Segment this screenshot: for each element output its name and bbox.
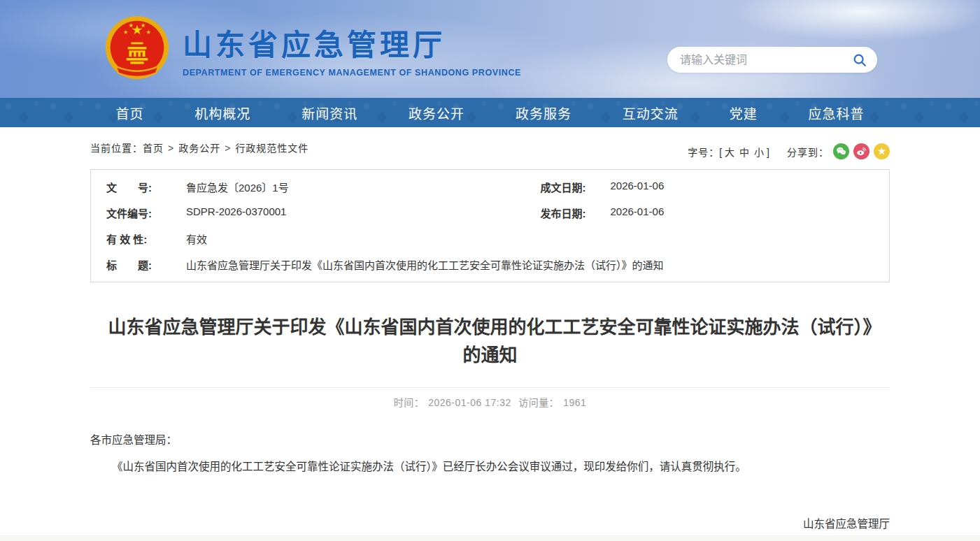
table-row: 文 号: 鲁应急发〔2026〕1号 成文日期: 2026-01-06 — [91, 174, 889, 200]
site-subtitle: DEPARTMENT OF EMERGENCY MANAGEMENT OF SH… — [183, 68, 521, 78]
font-size-medium[interactable]: 中 — [739, 147, 750, 158]
search-icon — [852, 52, 867, 68]
breadcrumb-separator: > — [225, 143, 231, 154]
wechat-icon — [836, 146, 846, 157]
share-label: 分享到： — [787, 145, 829, 159]
bracket-close: ] — [767, 147, 770, 158]
written-date-label: 成文日期: — [541, 180, 598, 194]
time-label: 时间： — [394, 397, 425, 408]
article-meta-bar: 时间：2026-01-06 17:32 访问量：1961 — [90, 387, 890, 409]
body-paragraph: 《山东省国内首次使用的化工工艺安全可靠性论证实施办法（试行）》已经厅长办公会议审… — [90, 458, 890, 476]
site-header: 山东省应急管理厅 DEPARTMENT OF EMERGENCY MANAGEM… — [0, 0, 980, 98]
doc-number-label: 文 号: — [106, 180, 173, 194]
signature-org: 山东省应急管理厅 — [90, 515, 890, 533]
weibo-icon — [856, 146, 867, 157]
site-logo[interactable]: 山东省应急管理厅 DEPARTMENT OF EMERGENCY MANAGEM… — [103, 15, 521, 82]
article-body: 各市应急管理局： 《山东省国内首次使用的化工工艺安全可靠性论证实施办法（试行）》… — [90, 431, 890, 541]
validity-label: 有 效 性: — [106, 231, 173, 246]
search-button[interactable] — [852, 52, 867, 68]
breadcrumb-gov-info[interactable]: 政务公开 — [178, 143, 220, 154]
table-row: 标 题: 山东省应急管理厅关于印发《山东省国内首次使用的化工工艺安全可靠性论证实… — [91, 252, 889, 277]
bracket-open: [ — [719, 147, 723, 158]
nav-item-home[interactable]: 首页 — [115, 103, 143, 122]
salutation: 各市应急管理局： — [90, 431, 890, 449]
search-input[interactable] — [680, 54, 852, 66]
share-wechat-button[interactable] — [833, 143, 849, 159]
page-title: 山东省应急管理厅关于印发《山东省国内首次使用的化工工艺安全可靠性论证实施办法（试… — [106, 313, 875, 369]
table-row: 有 效 性: 有效 — [91, 226, 889, 252]
nav-item-science[interactable]: 应急科普 — [809, 103, 865, 122]
nav-item-gov-service[interactable]: 政务服务 — [516, 103, 571, 122]
doc-title-value: 山东省应急管理厅关于印发《山东省国内首次使用的化工工艺安全可靠性论证实施办法（试… — [186, 257, 664, 272]
doc-title-label: 标 题: — [106, 257, 173, 272]
breadcrumb-home[interactable]: 首页 — [143, 143, 164, 154]
publish-date-value: 2026-01-06 — [611, 205, 665, 220]
document-meta-table: 文 号: 鲁应急发〔2026〕1号 成文日期: 2026-01-06 文件编号:… — [90, 169, 890, 282]
nav-item-interaction[interactable]: 互动交流 — [623, 103, 679, 122]
nav-item-gov-info[interactable]: 政务公开 — [409, 103, 464, 122]
site-title: 山东省应急管理厅 — [183, 21, 521, 64]
breadcrumb-separator: > — [168, 143, 174, 154]
national-emblem-icon — [103, 15, 171, 82]
publish-date-label: 发布日期: — [541, 205, 598, 220]
nav-item-party[interactable]: 党建 — [730, 103, 758, 122]
time-value: 2026-01-06 17:32 — [428, 397, 511, 408]
validity-value: 有效 — [186, 231, 207, 246]
share-qzone-button[interactable] — [874, 143, 890, 159]
font-size-control: 字号：[大中小] — [688, 145, 770, 159]
written-date-value: 2026-01-06 — [611, 180, 665, 194]
font-size-label: 字号： — [688, 147, 719, 158]
font-size-small[interactable]: 小 — [754, 147, 765, 158]
star-icon — [876, 146, 887, 157]
nav-item-news[interactable]: 新闻资讯 — [301, 103, 357, 122]
views-value: 1961 — [563, 397, 586, 408]
main-nav: 首页 机构概况 新闻资讯 政务公开 政务服务 互动交流 党建 应急科普 — [0, 98, 980, 127]
file-code-value: SDPR-2026-0370001 — [186, 205, 286, 220]
doc-number-value: 鲁应急发〔2026〕1号 — [186, 180, 289, 194]
table-row: 文件编号: SDPR-2026-0370001 发布日期: 2026-01-06 — [91, 200, 889, 226]
views-label: 访问量： — [518, 397, 559, 408]
footer-strip — [0, 535, 980, 541]
share-weibo-button[interactable] — [853, 143, 869, 159]
search-box[interactable] — [667, 47, 877, 73]
breadcrumb-label: 当前位置： — [90, 143, 143, 154]
font-size-large[interactable]: 大 — [725, 147, 735, 158]
main-content: 当前位置：首页>政务公开>行政规范性文件 字号：[大中小] 分享到： — [90, 138, 890, 541]
file-code-label: 文件编号: — [106, 205, 173, 220]
breadcrumb-current[interactable]: 行政规范性文件 — [235, 143, 308, 154]
breadcrumb: 当前位置：首页>政务公开>行政规范性文件 — [90, 138, 308, 154]
nav-item-org[interactable]: 机构概况 — [194, 103, 250, 122]
